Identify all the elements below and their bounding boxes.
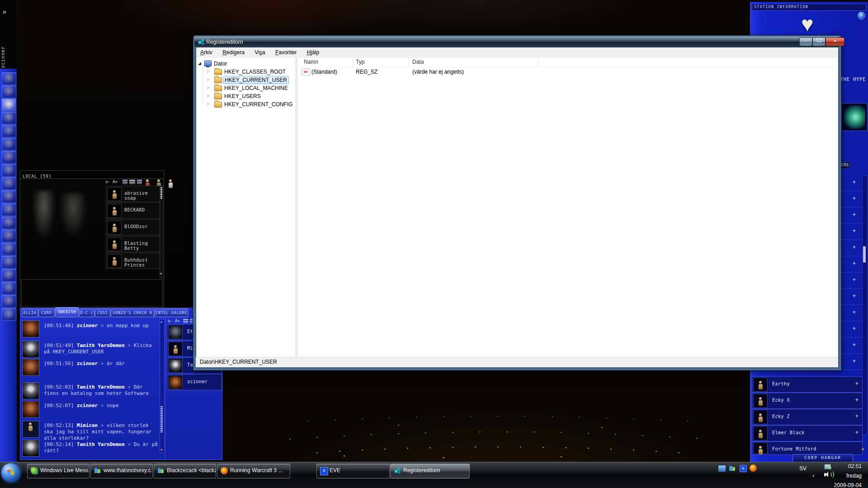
cargo-icon[interactable] xyxy=(1,308,16,321)
column-divider[interactable] xyxy=(538,58,538,66)
local-chat-input-area[interactable] xyxy=(21,279,163,307)
font-larger-button[interactable]: A+ xyxy=(175,319,180,323)
expander-icon[interactable]: ▷ xyxy=(207,102,210,106)
scrollbar-thumb[interactable] xyxy=(863,246,866,263)
local-member-row[interactable]: Blasting Betty xyxy=(106,236,160,252)
member-avatar[interactable] xyxy=(168,375,183,389)
expander-icon[interactable]: ▷ xyxy=(207,94,210,98)
assets-vault-icon[interactable] xyxy=(1,190,16,203)
network-tray-icon[interactable] xyxy=(824,464,831,469)
font-smaller-button[interactable]: a- xyxy=(168,319,173,323)
member-avatar[interactable] xyxy=(753,426,768,441)
tab-intel-galore[interactable]: INTEL GALORE xyxy=(155,309,188,317)
volume-tray-icon[interactable] xyxy=(824,472,832,478)
taskbar-button-registereditorn[interactable]: Registereditorn xyxy=(390,464,470,479)
plus-icon[interactable]: + xyxy=(853,211,856,218)
taskbar-button-blackzezack[interactable]: Blackzezack <blackz... xyxy=(154,464,216,479)
display-settings-tray-icon[interactable] xyxy=(718,465,726,472)
start-button[interactable] xyxy=(1,463,21,483)
firefox-tray-icon[interactable] xyxy=(750,465,757,472)
tree-label[interactable]: HKEY_LOCAL_MACHINE xyxy=(223,84,289,92)
jukebox-icon[interactable] xyxy=(1,256,16,268)
taskbar-button-thatsnotsexy[interactable]: www.thatsnotsexy.c... xyxy=(90,464,153,479)
plus-icon[interactable]: + xyxy=(853,228,856,234)
wallet-icon[interactable] xyxy=(1,203,16,216)
menu-arkiv[interactable]: Arkiv xyxy=(196,47,217,58)
tab-allia[interactable]: ALLIA xyxy=(22,309,38,317)
avatar-zcinner[interactable] xyxy=(22,401,39,418)
character-name[interactable]: zcinner xyxy=(0,44,16,70)
plus-icon[interactable]: + xyxy=(853,342,856,348)
corp-assets-icon[interactable] xyxy=(1,230,16,242)
plus-icon[interactable]: + xyxy=(853,195,856,202)
taskbar-button-warcraft[interactable]: Running Warcraft 3 ... xyxy=(217,464,290,479)
font-larger-button[interactable]: A+ xyxy=(113,179,118,184)
member-avatar[interactable] xyxy=(107,204,122,218)
ship-render-icon[interactable] xyxy=(841,103,868,131)
clock-day[interactable]: fredag xyxy=(846,473,862,479)
station-scrollbar[interactable] xyxy=(862,175,868,435)
plus-icon[interactable]: + xyxy=(853,325,856,332)
logbook-icon[interactable] xyxy=(1,243,16,255)
people-and-places-icon[interactable] xyxy=(1,85,16,98)
menu-redigera[interactable]: Redigera xyxy=(218,47,249,58)
avatar-tanith[interactable] xyxy=(22,341,39,358)
avatar-zcinner[interactable] xyxy=(22,359,39,376)
tab-d-c[interactable]: D-C [ xyxy=(79,309,94,317)
character-icon[interactable] xyxy=(1,72,16,85)
plus-icon[interactable]: + xyxy=(853,260,856,267)
menu-favoriter[interactable]: Favoriter xyxy=(271,47,301,58)
station-member-row[interactable]: Elmer Black + xyxy=(752,425,863,441)
station-member-row[interactable]: Ecky X + xyxy=(752,393,863,409)
member-avatar[interactable] xyxy=(753,377,768,392)
column-header-namn[interactable]: Namn xyxy=(304,59,318,65)
journal-icon[interactable] xyxy=(1,151,16,164)
tree-label-selected[interactable]: HKEY_CURRENT_USER xyxy=(223,76,289,84)
member-avatar[interactable] xyxy=(753,442,768,454)
tree-label[interactable]: HKEY_USERS xyxy=(223,93,262,100)
close-button[interactable]: ✕ xyxy=(826,38,844,46)
plus-icon[interactable]: + xyxy=(853,179,856,185)
scroll-down-icon[interactable]: ▼ xyxy=(862,447,864,451)
taskbar-button-windows-live[interactable]: Windows Live Mess... xyxy=(27,464,90,479)
plus-icon[interactable]: + xyxy=(853,358,856,364)
member-avatar[interactable] xyxy=(753,394,768,408)
plus-icon[interactable]: + xyxy=(853,293,856,299)
plus-icon[interactable]: + xyxy=(853,244,856,250)
tree-label[interactable]: Dator xyxy=(212,60,228,67)
compact-view-icon[interactable] xyxy=(190,319,193,323)
member-avatar[interactable] xyxy=(107,237,122,251)
scroll-up-icon[interactable]: ▲ xyxy=(160,320,162,324)
plus-icon[interactable]: + xyxy=(853,277,856,283)
member-avatar[interactable] xyxy=(168,342,183,356)
plus-icon[interactable]: + xyxy=(855,413,859,419)
station-member-row[interactable]: Ecky Z + xyxy=(752,409,863,425)
expand-icon[interactable]: » xyxy=(3,8,6,15)
market-icon[interactable] xyxy=(1,138,16,150)
items-icon[interactable] xyxy=(1,125,16,137)
channels-icon[interactable] xyxy=(1,216,16,229)
mail-icon[interactable] xyxy=(1,99,16,111)
scroll-down-icon[interactable]: ▼ xyxy=(160,272,162,276)
column-divider[interactable] xyxy=(409,58,409,66)
clock-time[interactable]: 02:51 xyxy=(848,463,862,469)
scrollbar-thumb[interactable] xyxy=(160,187,162,199)
avatar-tanith[interactable] xyxy=(22,440,39,457)
clock-date[interactable]: 2009-09-04 xyxy=(834,482,862,488)
avatar-tanith[interactable] xyxy=(22,382,39,399)
maximize-button[interactable] xyxy=(812,38,826,46)
local-member-row[interactable]: BECKARD xyxy=(106,202,160,219)
expander-icon[interactable]: ◢ xyxy=(198,61,201,66)
minimize-button[interactable]: – xyxy=(799,38,812,46)
list-view-icon[interactable] xyxy=(123,180,127,184)
local-member-row[interactable]: Buhhdust Princes xyxy=(106,253,160,269)
column-header-typ[interactable]: Typ xyxy=(356,59,364,65)
help-icon[interactable] xyxy=(1,282,16,295)
member-avatar[interactable] xyxy=(107,187,122,201)
font-smaller-button[interactable]: a- xyxy=(105,179,110,184)
tab-swedish[interactable]: SWEDISH xyxy=(55,307,79,317)
plus-icon[interactable]: + xyxy=(855,429,859,436)
station-member-row[interactable]: Earthy + xyxy=(752,376,863,393)
taskbar-button-eve[interactable]: ≡ EVE xyxy=(316,464,390,479)
title-bar[interactable]: Registereditorn – ✕ xyxy=(194,37,839,47)
